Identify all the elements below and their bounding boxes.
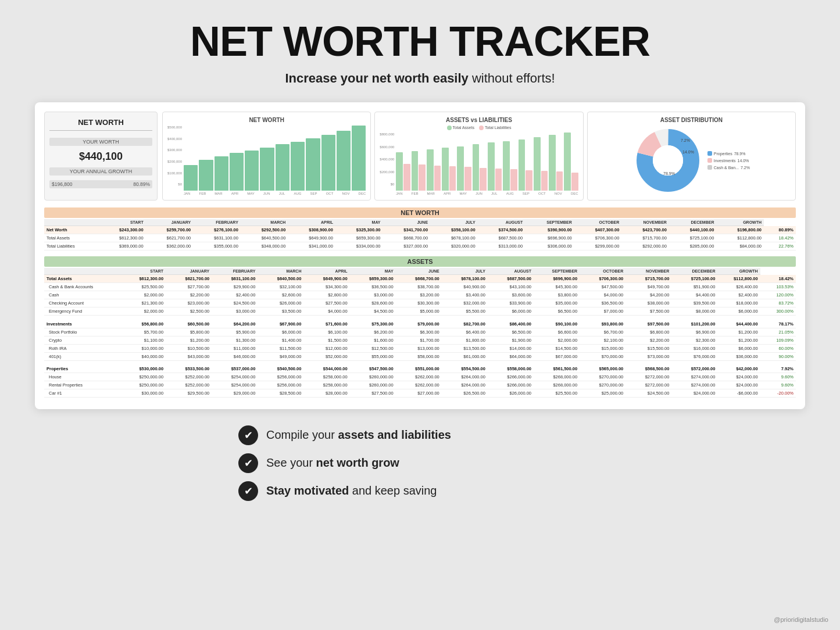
avl-liab-bar-4 <box>464 167 471 191</box>
avl-asset-bar-1 <box>412 151 419 191</box>
col-jan: JANUARY <box>146 219 194 226</box>
table-row <box>44 316 796 320</box>
avl-liab-bar-6 <box>495 169 502 191</box>
avl-asset-bar-2 <box>427 149 434 191</box>
table-row <box>44 360 796 365</box>
avl-asset-bar-9 <box>534 137 541 191</box>
avl-bar-chart <box>396 133 578 191</box>
col-mar: MARCH <box>241 219 288 226</box>
asset-dist-panel: ASSET DISTRIBUTION 78.9% 14.0% 7.2% <box>587 112 796 201</box>
avl-legend: Total Assets Total Liabilities <box>380 126 578 130</box>
table-row: House$250,000.00$252,000.00$254,000.00$2… <box>44 373 796 381</box>
investments-swatch <box>707 158 712 163</box>
check-icon-2: ✔ <box>238 453 258 473</box>
avl-group-1 <box>412 151 426 191</box>
table-row: Stock Portfolio$5,700.00$5,800.00$5,900.… <box>44 328 796 336</box>
avl-group-0 <box>396 152 410 191</box>
avl-liab-bar-2 <box>434 166 441 191</box>
net-worth-chart-panel: NET WORTH $500,000 $400,000 $300,000 $20… <box>162 112 371 201</box>
net-worth-table-section: NET WORTH START JANUARY FEBRUARY MARCH A… <box>44 207 796 250</box>
net-worth-section-header: NET WORTH <box>44 207 796 218</box>
avl-group-7 <box>503 141 517 191</box>
table-row: Car #1$30,000.00$29,500.00$29,000.00$28,… <box>44 389 796 398</box>
subtitle: Increase your net worth easily without e… <box>285 71 555 86</box>
assets-table: START JANUARY FEBRUARY MARCH APRIL MAY J… <box>44 268 796 402</box>
avl-asset-bar-5 <box>473 144 480 191</box>
avl-liab-bar-9 <box>541 171 548 191</box>
col-growth: GROWTH <box>716 219 764 226</box>
nw-bar-2 <box>215 156 228 191</box>
table-row: Cash & Bank Accounts$25,500.00$27,700.00… <box>44 283 796 291</box>
avl-liab-bar-10 <box>556 171 563 191</box>
net-worth-table: START JANUARY FEBRUARY MARCH APRIL MAY J… <box>44 219 796 250</box>
nw-chart-wrap: $500,000 $400,000 $300,000 $200,000 $100… <box>167 126 366 195</box>
cash-swatch <box>707 165 712 170</box>
col-sep: SEPTEMBER <box>525 219 574 226</box>
svg-text:7.2%: 7.2% <box>681 138 690 142</box>
assets-tbody: Total Assets$612,300.00$621,700.00$631,1… <box>44 275 796 402</box>
donut-svg: 78.9% 14.0% 7.2% <box>633 126 703 195</box>
avl-group-4 <box>457 146 471 191</box>
nw-tbody: Net Worth$243,300.00$259,700.00$276,100.… <box>44 226 796 250</box>
nw-bar-9 <box>321 135 335 191</box>
charts-area: NET WORTH $500,000 $400,000 $300,000 $20… <box>162 112 796 201</box>
donut-legend: Properties 78.9% Investments 14.0% Cash … <box>707 151 750 170</box>
col-label <box>44 219 98 226</box>
legend-cash: Cash & Ban... 7.2% <box>707 165 750 170</box>
nw-box-title: NET WORTH <box>49 118 152 131</box>
avl-liab-bar-5 <box>480 168 487 191</box>
avl-group-10 <box>549 135 563 191</box>
col-feb: FEBRUARY <box>193 219 241 226</box>
table-row: Rental Properties$250,000.00$252,000.00$… <box>44 381 796 389</box>
properties-swatch <box>707 151 712 156</box>
table-row: Emergency Fund$2,000.00$2,500.00$3,000.0… <box>44 307 796 316</box>
top-section: NET WORTH YOUR WORTH $440,100 YOUR ANNUA… <box>44 112 796 201</box>
avl-asset-bar-10 <box>549 135 556 191</box>
table-row: Crypto$1,100.00$1,200.00$1,300.00$1,400.… <box>44 336 796 344</box>
nw-x-labels: JANFEBMARAPRMAYJUNJULAUGSEPOCTNOVDEC <box>184 192 366 195</box>
avl-chart-title: ASSETS vs LIABILITIES <box>380 117 578 123</box>
nw-bar-10 <box>337 131 351 191</box>
growth-value: $196,800 <box>52 181 72 187</box>
features-section: ✔ Compile your assets and liabilities ✔ … <box>35 425 805 501</box>
nw-bar-7 <box>291 142 305 191</box>
avl-liab-bar-8 <box>526 170 532 191</box>
avl-asset-bar-7 <box>503 141 510 191</box>
avl-liab-bar-0 <box>403 164 410 191</box>
avl-asset-bar-0 <box>396 152 403 191</box>
avl-group-5 <box>473 144 487 191</box>
col-aug: AUGUST <box>478 219 526 226</box>
avl-liab-bar-11 <box>571 173 578 191</box>
legend-properties: Properties 78.9% <box>707 151 750 156</box>
table-row: Total Assets$612,300.00$621,700.00$631,1… <box>44 275 796 283</box>
feature-2-text: See your net worth grow <box>266 456 399 470</box>
table-row <box>44 398 796 402</box>
col-nov: NOVEMBER <box>621 219 669 226</box>
avl-liab-bar-7 <box>510 169 517 191</box>
avl-chart-wrap: $800,000 $600,000 $400,000 $200,000 $0 J… <box>380 133 578 195</box>
avl-liab-bar-3 <box>449 166 456 191</box>
avl-liab-bar-1 <box>419 164 426 191</box>
growth-pct: 80.89% <box>133 181 150 187</box>
avl-asset-bar-11 <box>564 133 571 191</box>
a-col-label <box>44 268 120 275</box>
col-jul: JULY <box>430 219 478 226</box>
main-card: NET WORTH YOUR WORTH $440,100 YOUR ANNUA… <box>35 102 805 409</box>
table-row: Cash$2,000.00$2,200.00$2,400.00$2,600.00… <box>44 291 796 299</box>
col-start: START <box>98 219 146 226</box>
nw-bar-11 <box>352 126 366 191</box>
table-row: Total Assets$612,300.00$621,700.00$631,1… <box>44 234 796 242</box>
nw-chart-title: NET WORTH <box>167 117 366 123</box>
feature-1: ✔ Compile your assets and liabilities <box>238 425 805 445</box>
your-worth-value: $440,100 <box>79 151 123 163</box>
avl-x-labels: JANFEBMARAPRMAYJUNJULAUGSEPOCTNOVDEC <box>396 192 578 195</box>
table-row: Net Worth$243,300.00$259,700.00$276,100.… <box>44 226 796 234</box>
subtitle-bold: Increase your net worth easily <box>285 71 468 85</box>
feature-3: ✔ Stay motivated and keep saving <box>238 481 805 501</box>
page-title: NET WORTH TRACKER <box>190 17 650 65</box>
check-icon-1: ✔ <box>238 425 258 445</box>
avl-group-9 <box>534 137 548 191</box>
subtitle-rest: without efforts! <box>469 71 555 85</box>
feature-2: ✔ See your net worth grow <box>238 453 805 473</box>
avl-chart-inner: JANFEBMARAPRMAYJUNJULAUGSEPOCTNOVDEC <box>396 133 578 195</box>
